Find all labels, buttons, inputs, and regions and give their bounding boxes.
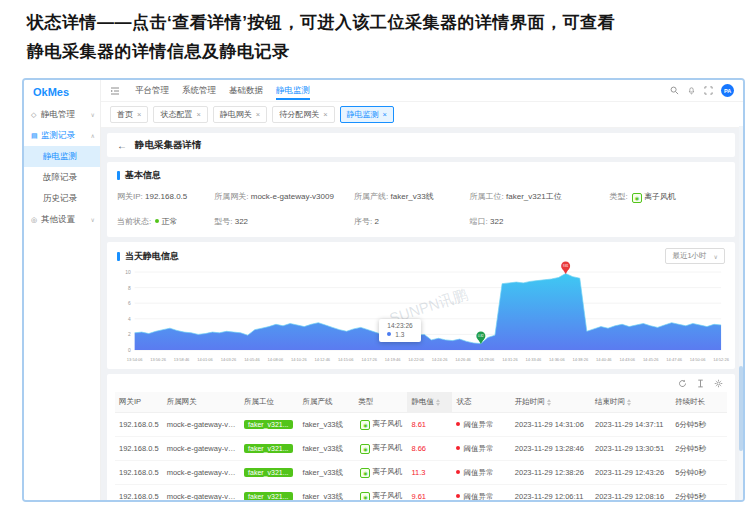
sidebar-item[interactable]: 故障记录 (24, 167, 100, 188)
section-bar (117, 171, 120, 180)
tab-close-icon[interactable]: × (383, 110, 387, 119)
tab-close-icon[interactable]: × (256, 110, 260, 119)
info-label: 所属工位: (470, 192, 506, 201)
tab-close-icon[interactable]: × (196, 110, 200, 119)
svg-text:14:03:26: 14:03:26 (221, 357, 237, 362)
sort-icon[interactable] (436, 399, 440, 406)
sidebar-item[interactable]: ◇静电管理∨ (24, 104, 100, 125)
cell-gateway: mock-e-gateway-v3009 (163, 485, 240, 501)
cell-start-time: 2023-11-29 12:06:11 (511, 485, 591, 501)
status-dot (155, 219, 159, 223)
tab-close-icon[interactable]: × (323, 110, 327, 119)
cell-status: 阈值异常 (452, 413, 510, 437)
static-value: 9.61 (411, 492, 426, 500)
info-field: 序号: 2 (354, 216, 470, 227)
column-header[interactable]: 开始时间 (511, 392, 591, 413)
top-header: 平台管理系统管理基础数据静电监测 PA (101, 80, 743, 102)
column-header[interactable]: 静电值 (407, 392, 452, 413)
column-header: 状态 (452, 392, 510, 413)
collapse-sidebar-icon[interactable] (110, 86, 120, 96)
svg-text:14:50:06: 14:50:06 (690, 357, 706, 362)
type-label: 离子风机 (372, 419, 402, 428)
info-value: faker_v321工位 (506, 192, 562, 201)
sidebar-item[interactable]: 历史记录 (24, 188, 100, 209)
tab[interactable]: 状态配置× (153, 106, 207, 123)
svg-text:14:52:26: 14:52:26 (713, 357, 729, 362)
table-row: 192.168.0.5mock-e-gateway-v3009faker_v32… (115, 437, 727, 461)
tab[interactable]: 静电监测× (340, 106, 394, 123)
tab-bar: 首页×状态配置×静电网关×待分配网关×静电监测× (101, 102, 743, 128)
tab-close-icon[interactable]: × (137, 110, 141, 119)
topnav: 平台管理系统管理基础数据静电监测 (122, 81, 310, 100)
column-height-icon[interactable] (696, 379, 705, 388)
topnav-item[interactable]: 静电监测 (276, 81, 310, 100)
settings-icon[interactable] (714, 379, 723, 388)
chart-title: 当天静电信息 (117, 250, 179, 263)
chart-header: 当天静电信息 最近1小时 ∨ (117, 248, 725, 264)
column-header-label: 状态 (456, 397, 471, 406)
cell-start-time: 2023-11-29 12:38:26 (511, 461, 591, 485)
tooltip-value: 1.3 (387, 330, 412, 339)
cell-end-time: 2023-11-29 14:37:11 (591, 413, 671, 437)
bell-icon[interactable] (687, 86, 696, 95)
table-header-row: 网关IP所属网关所属工位所属产线类型静电值状态开始时间结束时间持续时长 (115, 392, 727, 413)
scrollbar-thumb[interactable] (739, 366, 743, 451)
sort-icon[interactable] (547, 399, 551, 406)
status-label: 阈值异常 (463, 420, 493, 429)
info-label: 所属产线: (354, 192, 390, 201)
time-range-select[interactable]: 最近1小时 ∨ (665, 248, 725, 264)
svg-text:14:05:46: 14:05:46 (244, 357, 260, 362)
svg-text:14:31:26: 14:31:26 (502, 357, 518, 362)
sidebar-item[interactable]: 静电监测 (24, 146, 100, 167)
sidebar-item-label: 历史记录 (43, 193, 95, 205)
basic-info-card: 基本信息 网关IP: 192.168.0.5所属网关: mock-e-gatew… (107, 162, 735, 237)
caption: 状态详情——点击‘查看详情’按钮，可进入该工位采集器的详情界面，可查看 静电采集… (27, 8, 727, 66)
ion-fan-icon: ◉ (360, 420, 370, 430)
fullscreen-icon[interactable] (704, 86, 713, 95)
svg-text:14:33:46: 14:33:46 (526, 357, 542, 362)
type-label: 离子风机 (372, 443, 402, 452)
table-row: 192.168.0.5mock-e-gateway-v3009faker_v32… (115, 413, 727, 437)
back-arrow-icon[interactable]: ← (117, 140, 127, 151)
topnav-item[interactable]: 系统管理 (182, 81, 216, 100)
svg-text:14:47:46: 14:47:46 (666, 357, 682, 362)
svg-text:14:24:26: 14:24:26 (432, 357, 448, 362)
cell-gateway: mock-e-gateway-v3009 (163, 461, 240, 485)
info-label: 类型: (609, 192, 629, 201)
basic-info-grid: 网关IP: 192.168.0.5所属网关: mock-e-gateway-v3… (117, 191, 725, 227)
topnav-item[interactable]: 平台管理 (135, 81, 169, 100)
topnav-item[interactable]: 基础数据 (229, 81, 263, 100)
cell-station: faker_v321... (240, 413, 298, 437)
search-icon[interactable] (670, 86, 679, 95)
info-label: 型号: (214, 217, 234, 226)
info-label: 网关IP: (117, 192, 145, 201)
tab-label: 首页 (117, 109, 133, 120)
sidebar-item[interactable]: ▤监测记录∧ (24, 125, 100, 146)
time-range-value: 最近1小时 (672, 251, 706, 261)
scrollbar-track[interactable] (739, 126, 743, 500)
station-tag: faker_v321... (244, 420, 292, 429)
sidebar-item[interactable]: ◎其他设置∨ (24, 209, 100, 230)
svg-text:8: 8 (128, 286, 131, 291)
avatar[interactable]: PA (721, 84, 734, 97)
tab[interactable]: 首页× (110, 106, 148, 123)
header-actions: PA (670, 84, 734, 97)
app-logo: OkMes (24, 80, 100, 104)
tab[interactable]: 待分配网关× (272, 106, 334, 123)
caption-line-1: 状态详情——点击‘查看详情’按钮，可进入该工位采集器的详情界面，可查看 (27, 8, 727, 37)
refresh-icon[interactable] (678, 379, 687, 388)
svg-text:14:26:46: 14:26:46 (455, 357, 471, 362)
column-header: 网关IP (115, 392, 163, 413)
column-header[interactable]: 结束时间 (591, 392, 671, 413)
sort-icon[interactable] (627, 399, 631, 406)
cell-static-value: 11.3 (407, 461, 452, 485)
svg-text:14:12:46: 14:12:46 (315, 357, 331, 362)
column-header-label: 网关IP (119, 397, 141, 406)
sort-desc-caret (436, 403, 440, 406)
cell-type: ◉离子风机 (354, 461, 407, 485)
info-value: mock-e-gateway-v3009 (251, 192, 334, 201)
tab[interactable]: 静电网关× (213, 106, 267, 123)
status-label: 阈值异常 (463, 492, 493, 501)
svg-text:0.82: 0.82 (478, 334, 484, 338)
cell-duration: 5分钟0秒 (671, 461, 727, 485)
